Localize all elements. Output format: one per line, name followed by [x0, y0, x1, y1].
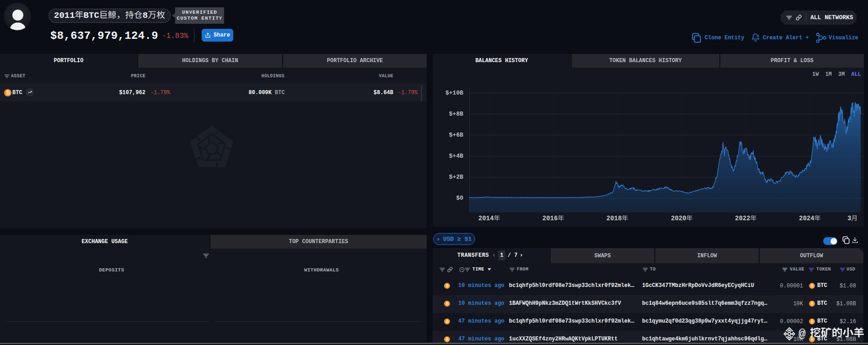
svg-text:2014: 2014 [478, 215, 494, 222]
svg-text:2016: 2016 [542, 215, 558, 222]
svg-text:2024: 2024 [799, 215, 814, 222]
svg-text:2018: 2018 [606, 215, 622, 222]
svg-text:2022: 2022 [735, 215, 750, 222]
svg-text:2020: 2020 [671, 215, 686, 222]
svg-text:3: 3 [847, 215, 851, 222]
